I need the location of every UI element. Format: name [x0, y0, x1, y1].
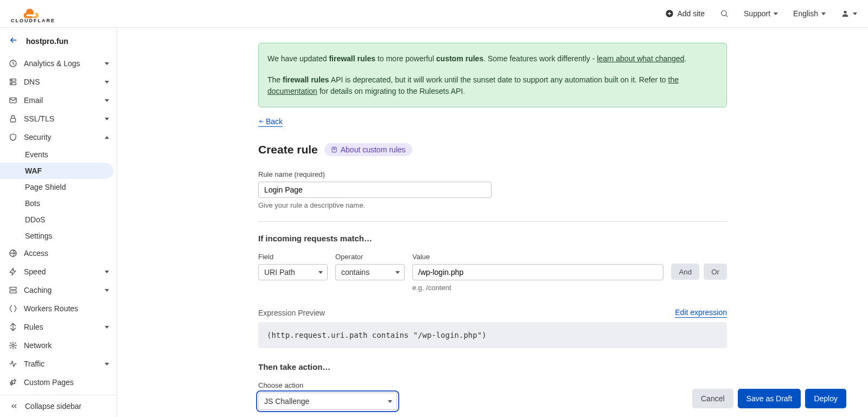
- footer-buttons: Cancel Save as Draft Deploy: [692, 389, 846, 408]
- caret-down-icon: [395, 271, 400, 274]
- rules-icon: [9, 323, 17, 331]
- search-icon: [720, 9, 729, 18]
- sidebar-subitem-settings[interactable]: Settings: [0, 228, 117, 244]
- chevron-icon: [105, 62, 109, 65]
- field-select[interactable]: URI Path: [258, 264, 328, 280]
- chevron-icon: [105, 118, 109, 120]
- about-custom-rules-link[interactable]: About custom rules: [324, 143, 412, 156]
- workers-icon: [9, 304, 17, 313]
- chevron-icon: [105, 99, 109, 102]
- sidebar-item-ssl-tls[interactable]: SSL/TLS: [0, 110, 117, 128]
- sidebar: hostpro.fun Analytics & LogsDNSEmailSSL/…: [0, 28, 117, 417]
- speed-icon: [9, 267, 17, 276]
- sidebar-header: hostpro.fun: [0, 28, 117, 54]
- cancel-button[interactable]: Cancel: [692, 389, 733, 408]
- sidebar-item-analytics-logs[interactable]: Analytics & Logs: [0, 54, 117, 73]
- svg-rect-13: [10, 291, 16, 293]
- sidebar-subitem-events[interactable]: Events: [0, 146, 117, 163]
- arrow-left-icon: [258, 118, 265, 125]
- sidebar-subitem-ddos[interactable]: DDoS: [0, 211, 117, 228]
- save-draft-button[interactable]: Save as Draft: [738, 389, 801, 408]
- sidebar-item-custom-pages[interactable]: Custom Pages: [0, 373, 117, 392]
- svg-rect-12: [10, 287, 16, 290]
- svg-point-3: [844, 11, 846, 14]
- sidebar-item-label: Security: [24, 133, 105, 142]
- plus-circle-icon: [665, 9, 674, 18]
- main-layout: hostpro.fun Analytics & LogsDNSEmailSSL/…: [0, 28, 868, 417]
- language-dropdown[interactable]: English: [793, 9, 826, 18]
- field-label: Field: [258, 253, 328, 261]
- sidebar-item-caching[interactable]: Caching: [0, 281, 117, 299]
- operator-select[interactable]: contains: [335, 264, 405, 280]
- back-label: Back: [266, 117, 283, 126]
- sidebar-item-label: Analytics & Logs: [24, 59, 105, 68]
- caching-icon: [9, 286, 17, 294]
- sidebar-subitem-page-shield[interactable]: Page Shield: [0, 179, 117, 195]
- access-icon: [9, 249, 17, 258]
- rule-name-help: Give your rule a descriptive name.: [258, 201, 727, 209]
- sidebar-item-network[interactable]: Network: [0, 336, 117, 355]
- action-select[interactable]: JS Challenge: [258, 393, 397, 410]
- support-dropdown[interactable]: Support: [744, 9, 778, 18]
- sidebar-item-label: Network: [24, 341, 109, 350]
- migration-notice: We have updated firewall rules to more p…: [258, 43, 727, 107]
- sidebar-item-traffic[interactable]: Traffic: [0, 355, 117, 373]
- page-title: Create rule: [258, 143, 318, 156]
- language-label: English: [793, 9, 818, 18]
- site-name[interactable]: hostpro.fun: [26, 37, 68, 46]
- search-button[interactable]: [720, 9, 729, 18]
- email-icon: [9, 96, 17, 105]
- learn-changed-link[interactable]: learn about what changed: [597, 54, 684, 63]
- sidebar-subitem-bots[interactable]: Bots: [0, 195, 117, 211]
- caret-down-icon: [318, 271, 323, 274]
- chevron-icon: [105, 363, 109, 365]
- cloudflare-logo[interactable]: CLOUDFLARE: [11, 4, 71, 23]
- back-link[interactable]: Back: [258, 117, 283, 127]
- analytics-icon: [9, 59, 17, 68]
- caret-down-icon: [774, 12, 778, 15]
- custom-pages-icon: [9, 378, 17, 387]
- deploy-button[interactable]: Deploy: [805, 389, 846, 408]
- action-label: Choose action: [258, 381, 727, 389]
- or-button[interactable]: Or: [704, 264, 727, 280]
- value-help: e.g. /content: [412, 284, 663, 292]
- back-arrow-icon[interactable]: [9, 35, 18, 47]
- value-input[interactable]: [412, 264, 663, 280]
- sidebar-subitem-waf[interactable]: WAF: [0, 163, 113, 179]
- sidebar-item-email[interactable]: Email: [0, 91, 117, 110]
- and-button[interactable]: And: [671, 264, 699, 280]
- sidebar-item-label: Access: [24, 249, 109, 258]
- sidebar-item-label: Traffic: [24, 360, 105, 368]
- sidebar-item-security[interactable]: Security: [0, 128, 117, 146]
- operator-value: contains: [341, 268, 369, 277]
- svg-point-7: [11, 80, 12, 80]
- svg-point-8: [11, 84, 12, 84]
- sidebar-item-dns[interactable]: DNS: [0, 73, 117, 91]
- action-section-title: Then take action…: [258, 362, 727, 371]
- lock-icon: [9, 114, 17, 123]
- divider: [258, 221, 727, 222]
- expression-preview: (http.request.uri.path contains "/wp-log…: [258, 322, 727, 348]
- book-icon: [331, 146, 337, 153]
- edit-expression-link[interactable]: Edit expression: [675, 308, 727, 318]
- caret-down-icon: [388, 400, 392, 403]
- sidebar-item-workers-routes[interactable]: Workers Routes: [0, 299, 117, 318]
- chevron-icon: [105, 271, 109, 273]
- collapse-sidebar-button[interactable]: Collapse sidebar: [0, 395, 117, 417]
- dns-icon: [9, 78, 17, 86]
- sidebar-item-speed[interactable]: Speed: [0, 262, 117, 281]
- rule-name-label: Rule name (required): [258, 170, 727, 178]
- add-site-label: Add site: [677, 9, 705, 18]
- sidebar-item-rules[interactable]: Rules: [0, 318, 117, 336]
- sidebar-item-label: Custom Pages: [24, 378, 109, 387]
- rule-name-input[interactable]: [258, 182, 492, 198]
- add-site-button[interactable]: Add site: [665, 9, 705, 18]
- chevron-icon: [105, 81, 109, 84]
- field-value: URI Path: [264, 268, 295, 277]
- top-header: CLOUDFLARE Add site Support English: [0, 0, 868, 28]
- rule-builder-row: Field URI Path Operator contains Value: [258, 253, 727, 292]
- user-menu[interactable]: [841, 9, 857, 18]
- sidebar-item-access[interactable]: Access: [0, 244, 117, 262]
- support-label: Support: [744, 9, 770, 18]
- operator-label: Operator: [335, 253, 405, 261]
